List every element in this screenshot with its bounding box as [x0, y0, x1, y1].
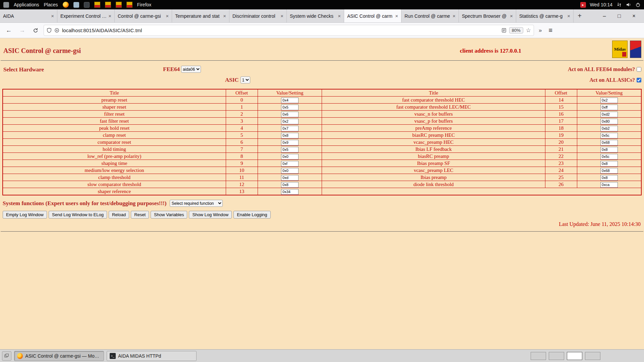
- param-value-input[interactable]: [600, 126, 618, 131]
- maximize-button[interactable]: □: [612, 13, 627, 19]
- firefox-window-menu[interactable]: Firefox: [137, 2, 152, 7]
- forward-button[interactable]: →: [17, 25, 28, 36]
- browser-tab[interactable]: AIDA×: [0, 9, 57, 22]
- workspace-2[interactable]: [549, 352, 564, 360]
- url-text[interactable]: localhost:8015/AIDA/ASIC/ASIC.tml: [62, 27, 499, 33]
- tab-close-icon[interactable]: ×: [510, 13, 513, 19]
- workspace-1[interactable]: [531, 352, 546, 360]
- act-all-fee64-checkbox[interactable]: [637, 67, 641, 72]
- workspace-3[interactable]: [567, 352, 582, 360]
- power-icon[interactable]: [635, 2, 641, 7]
- show-desktop-button[interactable]: [2, 351, 11, 361]
- param-value-input[interactable]: [600, 112, 618, 117]
- show-variables-button[interactable]: Show Variables: [151, 211, 187, 219]
- fee64-select[interactable]: aida06: [181, 66, 201, 73]
- tab-close-icon[interactable]: ×: [51, 13, 54, 19]
- param-value-input[interactable]: [600, 140, 618, 145]
- midas-app-icon[interactable]: [105, 2, 111, 8]
- shield-icon[interactable]: [47, 28, 52, 33]
- param-value-input[interactable]: [600, 105, 618, 110]
- tab-close-icon[interactable]: ×: [338, 13, 341, 19]
- param-value-input[interactable]: [600, 175, 618, 181]
- midas-app-icon[interactable]: [94, 2, 100, 8]
- taskbar-window-button[interactable]: ASIC Control @ carme-gsi — Mozill...: [14, 351, 104, 361]
- applications-menu[interactable]: Applications: [14, 2, 39, 7]
- tab-close-icon[interactable]: ×: [567, 13, 570, 19]
- param-value-input[interactable]: [600, 133, 618, 138]
- param-value-input[interactable]: [281, 175, 299, 181]
- clock[interactable]: Wed 10:14: [590, 2, 612, 7]
- browser-tab[interactable]: Experiment Control @ c×: [57, 9, 115, 22]
- reload-button[interactable]: [30, 25, 41, 36]
- midas-app-icon[interactable]: [116, 2, 122, 8]
- firefox-launcher-icon[interactable]: [63, 2, 69, 8]
- enable-logging-button[interactable]: Enable Logging: [233, 211, 270, 219]
- volume-icon[interactable]: [626, 2, 631, 7]
- param-value-input[interactable]: [281, 133, 299, 138]
- tab-close-icon[interactable]: ×: [166, 13, 169, 19]
- new-tab-button[interactable]: +: [574, 9, 586, 22]
- param-value-input[interactable]: [281, 105, 299, 110]
- param-value-input[interactable]: [600, 98, 618, 103]
- param-value-input[interactable]: [281, 161, 299, 167]
- files-icon[interactable]: [73, 2, 79, 8]
- send-log-window-to-elog-button[interactable]: Send Log Window to ELog: [49, 211, 107, 219]
- browser-tab[interactable]: Control @ carme-gsi×: [115, 9, 172, 22]
- reset-button[interactable]: Reset: [131, 211, 149, 219]
- workspace-4[interactable]: [585, 352, 600, 360]
- param-value-input[interactable]: [281, 189, 299, 195]
- close-button[interactable]: ×: [627, 13, 641, 19]
- tab-close-icon[interactable]: ×: [108, 13, 111, 19]
- param-value-input[interactable]: [600, 147, 618, 153]
- tab-close-icon[interactable]: ×: [395, 13, 398, 19]
- network-icon[interactable]: [616, 2, 622, 7]
- tab-close-icon[interactable]: ×: [223, 13, 226, 19]
- param-value-input[interactable]: [281, 98, 299, 103]
- param-value-input[interactable]: [281, 182, 299, 188]
- param-value-input[interactable]: [600, 119, 618, 124]
- browser-tab[interactable]: Run Control @ carme×: [401, 9, 459, 22]
- browser-tab[interactable]: Statistics @ carme-g×: [516, 9, 574, 22]
- browser-tab[interactable]: ASIC Control @ carm×: [344, 9, 401, 22]
- tab-close-icon[interactable]: ×: [452, 13, 455, 19]
- notification-icon[interactable]: ▸: [580, 2, 586, 8]
- distro-menu-icon[interactable]: [3, 2, 9, 8]
- param-value-input[interactable]: [281, 154, 299, 160]
- param-value-input[interactable]: [600, 168, 618, 174]
- browser-tab[interactable]: System wide Checks×: [287, 9, 344, 22]
- show-log-window-button[interactable]: Show Log Window: [189, 211, 232, 219]
- param-value-input[interactable]: [600, 182, 618, 188]
- system-functions-select[interactable]: Select required function: [170, 200, 223, 207]
- param-value-input[interactable]: [281, 140, 299, 145]
- app-menu-icon[interactable]: ≡: [546, 26, 554, 34]
- reader-mode-icon[interactable]: [501, 28, 506, 33]
- browser-tab[interactable]: Temperature and stat×: [172, 9, 229, 22]
- places-menu[interactable]: Places: [44, 2, 58, 7]
- param-value-input[interactable]: [600, 161, 618, 167]
- tab-close-icon[interactable]: ×: [280, 13, 283, 19]
- tab-strip: AIDA×Experiment Control @ c×Control @ ca…: [0, 9, 574, 22]
- back-button[interactable]: ←: [3, 25, 14, 36]
- param-value-input[interactable]: [281, 168, 299, 174]
- minimize-button[interactable]: –: [597, 13, 612, 19]
- param-value-input[interactable]: [281, 119, 299, 124]
- midas-app-icon[interactable]: [126, 2, 132, 8]
- zoom-level-chip[interactable]: 80%: [509, 27, 523, 34]
- act-all-asics-checkbox[interactable]: [637, 78, 641, 82]
- firefox-urlbar: ← → localhost:8015/AIDA/ASIC/ASIC.tml 80…: [0, 23, 644, 38]
- asic-select[interactable]: 1: [240, 76, 250, 83]
- param-value-input[interactable]: [600, 154, 618, 160]
- site-permissions-icon[interactable]: [54, 28, 59, 33]
- terminal-icon[interactable]: [84, 2, 90, 8]
- param-value-input[interactable]: [281, 147, 299, 153]
- reload-button[interactable]: Reload: [109, 211, 129, 219]
- bookmark-star-icon[interactable]: ☆: [526, 27, 531, 34]
- browser-tab[interactable]: Discriminator control×: [229, 9, 287, 22]
- overflow-chevron-icon[interactable]: »: [537, 27, 544, 34]
- param-value-input[interactable]: [281, 126, 299, 131]
- browser-tab[interactable]: Spectrum Browser @×: [459, 9, 516, 22]
- taskbar-window-button[interactable]: >_AIDA MIDAS HTTPd: [107, 351, 197, 361]
- empty-log-window-button[interactable]: Empty Log Window: [3, 211, 47, 219]
- param-value-input[interactable]: [281, 112, 299, 117]
- url-field[interactable]: localhost:8015/AIDA/ASIC/ASIC.tml 80% ☆: [44, 25, 534, 36]
